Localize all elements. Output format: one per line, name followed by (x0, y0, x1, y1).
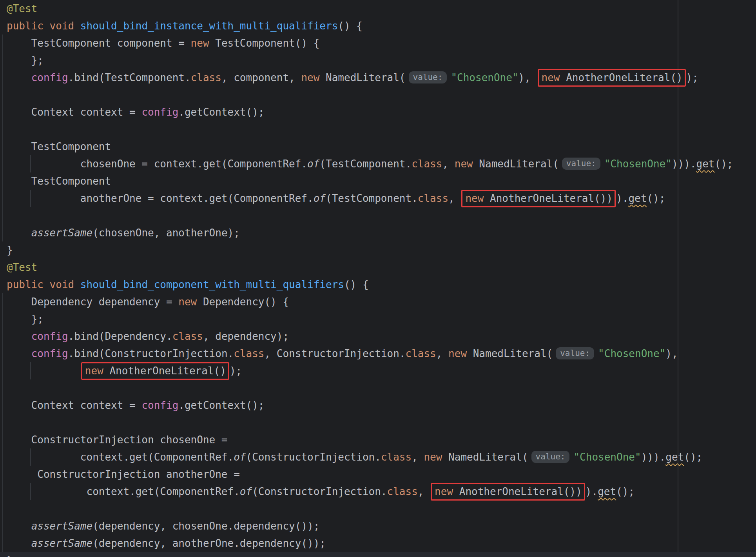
code-line-10[interactable]: chosenOne = context.get(ComponentRef.of(… (0, 155, 756, 172)
code-token-field: config (141, 106, 178, 118)
code-line-13[interactable] (0, 207, 756, 224)
code-token-plain: TestComponent component = (7, 37, 191, 49)
code-line-11[interactable]: TestComponent (0, 172, 756, 190)
code-token-keyword: class (381, 451, 412, 463)
code-token-plain: , (448, 192, 460, 204)
code-line-4[interactable]: }; (0, 52, 756, 69)
code-token-plain: () { (344, 279, 369, 290)
code-token-plain: (); (715, 158, 733, 170)
code-line-24[interactable]: Context context = config.getContext(); (0, 397, 756, 414)
code-token-plain: (dependency, chosenOne.dependency()); (92, 520, 319, 532)
code-token-plain: TestComponent() { (209, 37, 320, 49)
code-line-27[interactable]: context.get(ComponentRef.of(ConstructorI… (0, 448, 756, 466)
code-line-14[interactable]: assertSame(chosenOne, anotherOne); (0, 224, 756, 241)
code-token-plain: .getContext(); (178, 399, 264, 411)
code-editor[interactable]: @Testpublic void should_bind_instance_wi… (0, 0, 756, 557)
code-token-plain: , dependency); (203, 330, 289, 342)
code-token-annotation: @Test (7, 3, 37, 15)
code-token-plain (7, 330, 31, 342)
error-annotation-box: new AnotherOneLiteral() (538, 69, 686, 87)
code-line-8[interactable] (0, 121, 756, 138)
code-token-plain: ), (519, 72, 537, 83)
code-line-25[interactable] (0, 414, 756, 431)
code-line-7[interactable]: Context context = config.getContext(); (0, 103, 756, 121)
code-line-1[interactable]: @Test (0, 0, 756, 17)
code-line-20[interactable]: config.bind(Dependency.class, dependency… (0, 328, 756, 345)
code-token-plain: Dependency dependency = (7, 296, 178, 308)
code-token-keyword: new (191, 37, 209, 49)
inlay-hint-value[interactable]: value: (531, 451, 570, 463)
code-token-plain: ). (616, 192, 628, 204)
code-token-plain: (); (616, 486, 635, 497)
code-token-plain: Context context = (7, 106, 141, 118)
code-line-26[interactable]: ConstructorInjection chosenOne = (0, 431, 756, 448)
code-token-plain: (chosenOne, anotherOne); (92, 227, 240, 239)
code-line-12[interactable]: anotherOne = context.get(ComponentRef.of… (0, 190, 756, 207)
code-token-plain: }; (7, 54, 44, 66)
code-token-plain: .bind(ConstructorInjection. (68, 348, 234, 359)
code-token-static-call: of (307, 158, 319, 170)
code-line-3[interactable]: TestComponent component = new TestCompon… (0, 34, 756, 52)
code-line-31[interactable]: assertSame(dependency, chosenOne.depende… (0, 517, 756, 535)
code-token-plain: ). (586, 486, 598, 497)
code-token-plain: (TestComponent. (326, 192, 418, 204)
code-token-keyword: class (387, 486, 418, 497)
code-line-2[interactable]: public void should_bind_instance_with_mu… (0, 17, 756, 34)
code-line-19[interactable]: }; (0, 310, 756, 328)
code-token-plain: TestComponent (7, 175, 111, 187)
code-token-plain: , (412, 451, 424, 463)
code-token-string: "ChosenOne" (604, 158, 672, 170)
code-line-23[interactable] (0, 379, 756, 397)
code-line-9[interactable]: TestComponent (0, 138, 756, 155)
code-token-plain: .bind(TestComponent. (68, 72, 191, 83)
code-line-21[interactable]: config.bind(ConstructorInjection.class, … (0, 345, 756, 362)
inlay-hint-value[interactable]: value: (409, 71, 447, 83)
code-token-plain: , (442, 158, 454, 170)
code-token-plain: .getContext(); (178, 106, 264, 118)
code-token-plain: Dependency() { (197, 296, 289, 308)
code-token-plain: } (7, 244, 13, 256)
code-line-30[interactable] (0, 500, 756, 517)
inlay-hint-value[interactable]: value: (556, 347, 594, 359)
code-token-plain: NamedLiteral( (473, 158, 559, 170)
code-line-22[interactable]: new AnotherOneLiteral()); (0, 362, 756, 379)
code-token-method-decl: should_bind_component_with_multi_qualifi… (80, 279, 344, 290)
code-token-static-call: assertSame (31, 537, 93, 549)
code-token-plain: NamedLiteral( (442, 451, 528, 463)
code-line-33[interactable]: } (0, 552, 756, 557)
code-line-32[interactable]: assertSame(dependency, anotherOne.depend… (0, 535, 756, 552)
code-token-plain (7, 348, 31, 359)
code-token-static-call: of (234, 451, 246, 463)
code-token-keyword: new (85, 365, 103, 377)
code-line-15[interactable]: } (0, 241, 756, 259)
code-token-plain: , component, (221, 72, 301, 83)
code-token-plain: AnotherOneLiteral() (560, 72, 683, 83)
code-token-keyword: new (301, 72, 319, 83)
error-annotation-box: new AnotherOneLiteral()) (461, 190, 616, 207)
inlay-hint-value[interactable]: value: (562, 158, 600, 170)
code-token-plain: Context context = (7, 399, 141, 411)
code-line-18[interactable]: Dependency dependency = new Dependency()… (0, 293, 756, 310)
code-token-keyword: new (435, 486, 453, 497)
code-line-6[interactable] (0, 86, 756, 103)
error-annotation-box: new AnotherOneLiteral()) (431, 483, 585, 501)
code-line-17[interactable]: public void should_bind_component_with_m… (0, 276, 756, 293)
code-token-plain: TestComponent (7, 141, 111, 152)
code-token-squiggle: get (628, 192, 647, 204)
code-token-keyword: new (178, 296, 197, 308)
code-token-keyword: new (448, 348, 467, 359)
code-token-string: "ChosenOne" (573, 451, 641, 463)
code-token-squiggle: get (696, 158, 715, 170)
code-line-5[interactable]: config.bind(TestComponent.class, compone… (0, 69, 756, 86)
code-token-annotation: @Test (7, 261, 37, 273)
code-token-keyword: class (418, 192, 448, 204)
code-token-keyword: class (412, 158, 442, 170)
code-token-plain: }; (7, 313, 44, 325)
code-token-keyword: class (406, 348, 436, 359)
code-line-16[interactable]: @Test (0, 259, 756, 276)
code-token-plain: (ConstructorInjection. (252, 486, 387, 497)
code-token-plain: NamedLiteral( (319, 72, 405, 83)
code-token-keyword: class (172, 330, 203, 342)
code-line-28[interactable]: ConstructorInjection anotherOne = (0, 466, 756, 483)
code-line-29[interactable]: context.get(ComponentRef.of(ConstructorI… (0, 483, 756, 500)
